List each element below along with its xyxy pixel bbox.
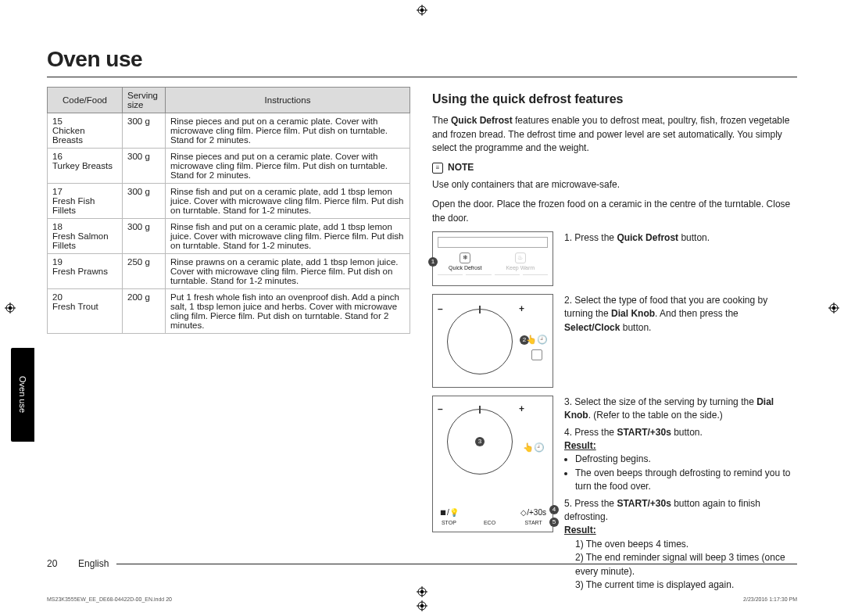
- divider: [47, 77, 797, 77]
- serving-size: 200 g: [123, 289, 166, 334]
- callout-5-icon: 5: [549, 518, 559, 527]
- instructions: Rinse fish and put on a ceramic plate, a…: [166, 184, 410, 219]
- plus-icon: +: [519, 303, 524, 316]
- code: 19: [52, 257, 63, 267]
- result-item: 1) The oven beeps 4 times.: [575, 538, 796, 551]
- page-footer: 20 English: [47, 558, 797, 569]
- callout-3-icon: 3: [475, 437, 485, 446]
- keepwarm-icon: ♨: [515, 252, 526, 263]
- th-instr: Instructions: [166, 88, 410, 113]
- eco-label: ECO: [484, 519, 495, 527]
- step-1-text: 1. Press the Quick Defrost button.: [564, 231, 796, 245]
- table-row: 17Fresh Fish Fillets 300 g Rinse fish an…: [48, 184, 410, 219]
- panel-label: Quick Defrost: [438, 264, 493, 272]
- instructions: Rinse pieces and put on a ceramic plate.…: [166, 149, 410, 184]
- step-2-text: 2. Select the type of food that you are …: [564, 294, 796, 335]
- left-column: Code/Food Serving size Instructions 15Ch…: [47, 87, 410, 592]
- serving-size: 300 g: [123, 149, 166, 184]
- registration-mark-icon: [828, 303, 839, 313]
- food-name: Turkey Breasts: [52, 161, 113, 170]
- select-clock-icon: 👆🕘: [523, 442, 545, 454]
- step-2: – + 2 👆🕘 2. Select the type of food that…: [432, 294, 796, 388]
- food-name: Chicken Breasts: [52, 126, 85, 145]
- food-name: Fresh Trout: [52, 302, 98, 311]
- note-heading: ≡ NOTE: [432, 161, 796, 174]
- snowflake-icon: ❄: [460, 252, 470, 263]
- display-icon: [438, 237, 548, 248]
- start-label: START: [520, 519, 546, 527]
- page: Oven use Oven use Code/Food Serving size…: [0, 0, 844, 616]
- instructions: Put 1 fresh whole fish into an ovenproof…: [166, 289, 410, 334]
- result-label: Result:: [564, 440, 596, 451]
- minus-icon: –: [438, 403, 443, 416]
- code: 15: [52, 116, 63, 126]
- footer-rule: [116, 564, 797, 564]
- page-number: 20: [47, 558, 57, 569]
- side-tab: Oven use: [11, 348, 34, 442]
- code: 16: [52, 152, 63, 161]
- registration-mark-icon: [417, 600, 427, 611]
- dial-knob-icon: [447, 309, 513, 374]
- instructions: Rinse fish and put on a ceramic plate, a…: [166, 219, 410, 254]
- th-size: Serving size: [123, 88, 166, 113]
- serving-size: 300 g: [123, 184, 166, 219]
- print-metadata: MS23K3555EW_EE_DE68-04422D-00_EN.indd 20…: [47, 596, 797, 602]
- note-icon: ≡: [432, 163, 443, 174]
- food-name: Fresh Fish Fillets: [52, 196, 95, 215]
- table-row: 20Fresh Trout 200 g Put 1 fresh whole fi…: [48, 289, 410, 334]
- print-date: 2/23/2016 1:17:30 PM: [743, 596, 797, 602]
- stop-label: STOP: [439, 519, 459, 527]
- dial-controls-diagram: – + 3 👆🕘 ⏹/💡STOP ECO ◇/+30sSTART 4 5: [432, 396, 553, 532]
- select-clock-icon: 👆🕘: [526, 334, 548, 360]
- content-columns: Code/Food Serving size Instructions 15Ch…: [47, 87, 797, 592]
- registration-mark-icon: [417, 5, 427, 16]
- result-item: 3) The current time is displayed again.: [575, 578, 796, 592]
- minus-icon: –: [438, 303, 443, 316]
- code: 20: [52, 292, 63, 302]
- code: 18: [52, 222, 63, 231]
- result-item: The oven beeps through defrosting to rem…: [575, 467, 796, 494]
- plus-icon: +: [519, 403, 524, 416]
- serving-size: 300 g: [123, 219, 166, 254]
- start-icon: ◇/+30s: [520, 507, 546, 519]
- table-row: 18Fresh Salmon Fillets 300 g Rinse fish …: [48, 219, 410, 254]
- note-text: Use only containers that are microwave-s…: [432, 178, 796, 192]
- print-file: MS23K3555EW_EE_DE68-04422D-00_EN.indd 20: [47, 596, 172, 602]
- eco-icon: [484, 507, 495, 519]
- result-item: Defrosting begins.: [575, 453, 796, 466]
- section-title: Oven use: [47, 47, 797, 72]
- instructions: Rinse prawns on a ceramic plate, add 1 t…: [166, 254, 410, 289]
- food-table: Code/Food Serving size Instructions 15Ch…: [47, 87, 410, 334]
- code: 17: [52, 187, 63, 196]
- result-label: Result:: [564, 525, 596, 535]
- page-language: English: [78, 558, 109, 569]
- registration-mark-icon: [5, 303, 16, 313]
- callout-1-icon: 1: [428, 257, 438, 267]
- food-name: Fresh Prawns: [52, 267, 108, 276]
- dial-diagram: – + 2 👆🕘: [432, 294, 553, 388]
- note-label: NOTE: [448, 161, 474, 174]
- intro-paragraph: The Quick Defrost features enable you to…: [432, 114, 796, 155]
- table-row: 19Fresh Prawns 250 g Rinse prawns on a c…: [48, 254, 410, 289]
- subsection-heading: Using the quick defrost features: [432, 90, 796, 108]
- serving-size: 300 g: [123, 113, 166, 149]
- table-row: 15Chicken Breasts 300 g Rinse pieces and…: [48, 113, 410, 149]
- panel-label: Keep Warm: [493, 264, 549, 272]
- instructions: Rinse pieces and put on a ceramic plate.…: [166, 113, 410, 149]
- th-code: Code/Food: [48, 88, 123, 113]
- table-row: 16Turkey Breasts 300 g Rinse pieces and …: [48, 149, 410, 184]
- control-panel-diagram: ❄Quick Defrost ♨Keep Warm 1: [432, 231, 553, 286]
- registration-mark-icon: [417, 586, 427, 597]
- open-door-text: Open the door. Place the frozen food on …: [432, 198, 796, 225]
- serving-size: 250 g: [123, 254, 166, 289]
- callout-4-icon: 4: [549, 505, 559, 514]
- stop-icon: ⏹/💡: [439, 507, 459, 519]
- step-1: ❄Quick Defrost ♨Keep Warm 1 1. Press the…: [432, 231, 796, 286]
- right-column: Using the quick defrost features The Qui…: [432, 87, 796, 592]
- food-name: Fresh Salmon Fillets: [52, 231, 109, 250]
